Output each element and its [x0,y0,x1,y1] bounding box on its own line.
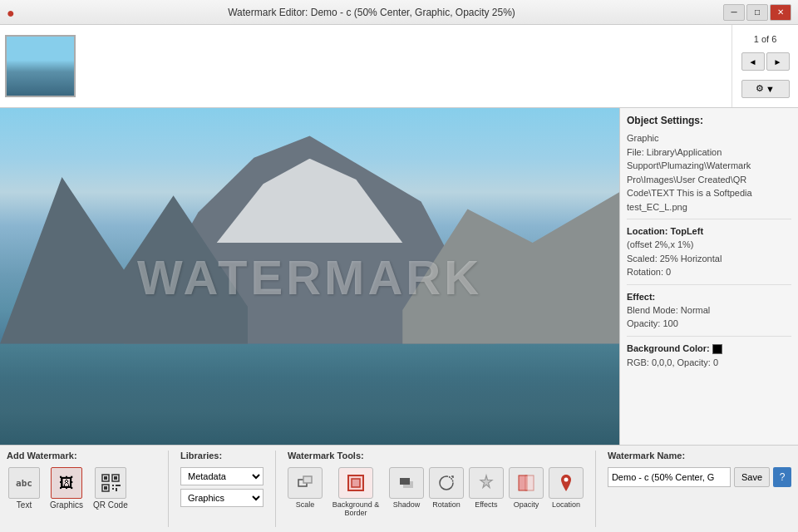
libraries-label: Libraries: [180,451,264,461]
tools-icons: Scale Background & Border [288,467,584,517]
window-controls: ─ □ ✕ [723,4,791,21]
effects-label: Effects [475,500,497,509]
rotation-label: Rotation: 0 [627,265,791,279]
opacity-label: Opacity [514,500,539,509]
svg-rect-3 [114,476,117,480]
qrcode-watermark-icon [95,467,126,499]
svg-rect-5 [104,486,107,490]
close-button[interactable]: ✕ [770,4,791,21]
svg-rect-9 [116,488,117,491]
tools-label: Watermark Tools: [288,451,584,461]
text-label: Text [17,500,32,510]
title-bar: ● Watermark Editor: Demo - c (50% Center… [0,0,798,25]
location-label: Location: TopLeft [627,226,791,236]
scale-tool-button[interactable]: Scale [288,467,323,509]
scale-label: Scaled: 25% Horizontal [627,252,791,266]
add-graphics-watermark-button[interactable]: 🖼 Graphics [48,466,85,511]
main-container: 1 of 6 ◄ ► ⚙ ▼ WATERMARK Object [0,25,798,532]
settings-dropdown-arrow: ▼ [766,84,775,94]
app-icon: ● [7,6,20,19]
svg-point-20 [564,478,568,482]
graphics-watermark-icon: 🖼 [51,467,82,499]
preview-thumbnail[interactable] [5,35,76,97]
shadow-icon [389,467,424,499]
shadow-tool-button[interactable]: Shadow [389,467,424,509]
gear-icon: ⚙ [756,83,764,94]
graphics-label: Graphics [50,500,83,510]
svg-rect-10 [117,485,121,486]
preview-strip [0,25,732,107]
svg-rect-8 [112,488,114,490]
libraries-section: Libraries: Metadata Graphics [180,451,264,527]
help-button[interactable]: ? [773,467,791,487]
rotation-label: Rotation [432,500,461,509]
add-watermark-section: Add Watermark: abc Text 🖼 Graphics [7,451,156,527]
location-detail: (offset 2%,x 1%) [627,238,791,252]
middle-section: WATERMARK Object Settings: Graphic File:… [0,108,798,445]
svg-rect-19 [525,475,534,490]
watermark-name-label: Watermark Name: [608,451,791,461]
add-watermark-label: Add Watermark: [7,451,156,461]
location-tool-button[interactable]: Location [549,467,584,509]
separator-2 [275,451,276,527]
top-bar: 1 of 6 ◄ ► ⚙ ▼ [0,25,798,108]
watermark-image: WATERMARK [0,108,619,445]
location-icon [549,467,584,499]
text-watermark-icon: abc [8,467,40,499]
effects-tool-button[interactable]: Effects [469,467,504,509]
watermark-tools-section: Watermark Tools: Scale [288,451,584,527]
add-text-watermark-button[interactable]: abc Text [7,466,42,511]
svg-rect-1 [104,476,107,480]
window-title: Watermark Editor: Demo - c (50% Center, … [20,7,723,18]
location-label: Location [552,500,580,509]
qrcode-label: QR Code [93,500,128,510]
rotation-icon [429,467,464,499]
save-button[interactable]: Save [734,467,770,487]
prev-image-button[interactable]: ◄ [741,52,765,71]
water-reflection [0,344,619,446]
object-settings-panel: Object Settings: Graphic File: Library\A… [619,108,798,445]
opacity-tool-button[interactable]: Opacity [509,467,544,509]
svg-rect-7 [116,485,117,486]
svg-rect-12 [303,476,312,483]
bg-color-text: Background Color: [627,343,710,353]
watermark-name-section: Watermark Name: Save ? [608,451,791,527]
nav-panel: 1 of 6 ◄ ► ⚙ ▼ [732,25,798,107]
bottom-toolbar: Add Watermark: abc Text 🖼 Graphics [0,445,798,532]
name-input-row: Save ? [608,467,791,487]
next-image-button[interactable]: ► [766,52,790,71]
blend-mode: Blend Mode: Normal [627,303,791,318]
background-border-icon [338,467,373,499]
opacity-value: Opacity: 100 [627,317,791,331]
library-select-1[interactable]: Metadata [180,467,264,485]
watermark-text-overlay: WATERMARK [137,249,482,304]
svg-rect-16 [400,478,410,485]
separator-1 [168,451,169,527]
maximize-button[interactable]: □ [746,4,768,21]
bg-color-label: Background Color: [627,343,791,354]
effects-icon [469,467,504,499]
effect-label: Effect: [627,292,791,302]
object-type: Graphic [627,131,791,145]
svg-marker-17 [480,475,492,488]
background-border-tool-button[interactable]: Background & Border [328,467,384,517]
watermark-types: abc Text 🖼 Graphics [7,466,156,511]
nav-arrows: ◄ ► [741,52,790,71]
minimize-button[interactable]: ─ [723,4,745,21]
rgb-value: RGB: 0,0,0, Opacity: 0 [627,356,791,370]
library-select-2[interactable]: Graphics [180,489,264,507]
background-border-label: Background & Border [328,500,384,517]
rotation-tool-button[interactable]: Rotation [429,467,464,509]
image-counter: 1 of 6 [754,34,777,44]
opacity-icon [509,467,544,499]
canvas-area: WATERMARK [0,108,619,445]
color-swatch [712,344,722,354]
add-qrcode-watermark-button[interactable]: QR Code [91,466,130,511]
settings-button[interactable]: ⚙ ▼ [741,80,790,98]
svg-rect-6 [112,485,114,486]
watermark-name-input[interactable] [608,467,731,487]
svg-rect-14 [352,479,360,487]
object-file: File: Library\Application Support\Plumaz… [627,145,791,214]
shadow-label: Shadow [393,500,421,509]
scale-label: Scale [296,500,315,509]
